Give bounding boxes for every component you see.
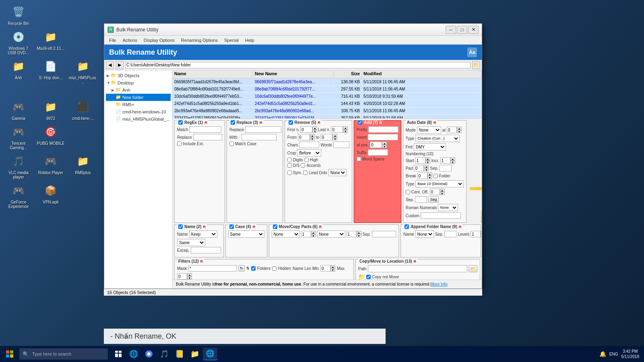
autodate-fmt-select[interactable]: DMY — [414, 143, 446, 150]
add-r-button[interactable]: R — [380, 121, 382, 125]
taskbar-app-active[interactable]: 🌐 — [203, 348, 217, 360]
autodate-seg-input[interactable] — [415, 196, 427, 203]
taskbar-notification-icon[interactable]: 🔔 — [599, 351, 606, 357]
add-checkbox[interactable] — [358, 120, 362, 125]
path-input[interactable] — [125, 62, 471, 68]
path-forward-button[interactable]: ▶ — [116, 61, 124, 69]
path-browse-button[interactable]: 📁 — [472, 61, 480, 69]
remove-first-n-up[interactable]: ▲ — [312, 126, 317, 130]
col-header-modified[interactable]: Modified — [362, 70, 482, 78]
autodate-break-down[interactable]: ▼ — [427, 176, 432, 179]
copymove-browse-button[interactable]: 📁 — [469, 265, 477, 272]
table-row[interactable]: 242ef74d51c5a08f25b250a9ed1bb1... 242ef7… — [173, 100, 482, 107]
desktop-icon-pubg[interactable]: 🎯 PUBG MOBILE — [36, 124, 65, 150]
desktop-icon-miui-hm5plus[interactable]: 📁 miui_HM5PLus... — [68, 58, 97, 84]
desktop-icon-garena[interactable]: 🎮 Garena — [4, 99, 33, 121]
minimize-button[interactable]: ─ — [446, 26, 456, 34]
remove-from-up[interactable]: ▲ — [310, 134, 315, 137]
autodate-at-down[interactable]: ▼ — [457, 130, 462, 133]
copymove-r-button[interactable]: R — [414, 259, 417, 263]
close-button[interactable]: ✕ — [468, 26, 479, 34]
numbering-pad-up[interactable]: ▲ — [424, 165, 429, 168]
desktop-icon-geforce[interactable]: 🎮 GeForce Experience — [4, 183, 33, 209]
numbering-pad-input[interactable] — [414, 165, 424, 171]
copymove-copy-not-move-checkbox[interactable] — [366, 275, 371, 279]
remove-crop-select[interactable]: Before After — [297, 149, 321, 156]
replace-with-input[interactable] — [242, 134, 277, 140]
table-row[interactable]: 10dc6af30ddb802fee0f0f44977eb53... 10dc6… — [173, 93, 482, 100]
movecopy-pos2-up[interactable]: ▲ — [357, 231, 361, 234]
add-suffix-input[interactable] — [368, 149, 388, 156]
regex-include-ext-checkbox[interactable] — [177, 142, 182, 146]
name-excep-input[interactable] — [191, 247, 221, 253]
numbering-incr-down[interactable]: ▼ — [450, 160, 455, 164]
movecopy-pos2-input[interactable] — [347, 231, 357, 237]
maximize-button[interactable]: □ — [457, 26, 467, 34]
autodate-folder-checkbox[interactable] — [433, 174, 438, 178]
name-same-select[interactable]: Same Upper Lower — [177, 239, 205, 246]
remove-to-up[interactable]: ▲ — [332, 134, 337, 137]
movecopy-select1[interactable]: None — [272, 230, 300, 238]
start-button[interactable] — [2, 348, 18, 360]
autodate-type-select[interactable]: Creation (Curr...) — [415, 135, 460, 142]
remove-last-n-down[interactable]: ▼ — [343, 130, 348, 133]
regex-checkbox[interactable] — [178, 120, 183, 125]
autodate-at-input[interactable] — [447, 127, 457, 133]
appendfolder-r-button[interactable]: R — [459, 225, 462, 229]
case-select[interactable]: Same Upper Lower Title Sentence — [228, 230, 264, 238]
replace-r-button[interactable]: R — [260, 121, 262, 125]
numbering-incr-input[interactable] — [440, 157, 450, 164]
appendfolder-sep-input[interactable] — [444, 231, 456, 237]
menu-display-options[interactable]: Display Options — [140, 37, 178, 43]
col-header-name[interactable]: Name — [173, 70, 253, 78]
numbering-sep-input[interactable] — [440, 165, 452, 171]
taskbar-app-chrome[interactable] — [142, 348, 156, 360]
autodate-off-input[interactable] — [430, 189, 440, 195]
taskbar-app-evernote[interactable]: 📒 — [172, 348, 187, 360]
desktop-icon-windows7[interactable]: 💿 Windows 7USB DVD... — [4, 29, 33, 55]
menu-actions[interactable]: Actions — [120, 37, 140, 43]
remove-digits-checkbox[interactable] — [287, 158, 292, 162]
appendfolder-checkbox[interactable] — [405, 224, 409, 229]
appendfolder-levels-up[interactable]: ▲ — [481, 231, 482, 234]
menu-file[interactable]: File — [106, 37, 120, 43]
movecopy-pos2-down[interactable]: ▼ — [357, 234, 361, 237]
desktop-icon-recycle-bin[interactable]: 🗑️ Recycle Bin — [4, 4, 33, 26]
name-checkbox[interactable] — [178, 224, 183, 229]
desktop-icon-miui9[interactable]: 📁 Miui9-v8.2.11... — [36, 29, 65, 55]
movecopy-select2[interactable]: None — [317, 230, 345, 238]
replace-checkbox[interactable] — [231, 120, 235, 125]
remove-ds-checkbox[interactable] — [287, 163, 292, 168]
tree-item-3d-objects[interactable]: ▶ 📁 3D Objects — [106, 72, 171, 79]
numbering-start-input[interactable] — [415, 157, 425, 164]
desktop-icon-9972[interactable]: 📁 9972 — [36, 99, 65, 121]
numbering-start-down[interactable]: ▼ — [425, 160, 430, 164]
desktop-icon-vlc[interactable]: 🎵 VLC media player — [4, 153, 33, 179]
movecopy-pos1-up[interactable]: ▲ — [311, 231, 316, 234]
remove-first-n-down[interactable]: ▼ — [312, 130, 317, 133]
menu-help[interactable]: Help — [242, 37, 258, 43]
add-atpos-up[interactable]: ▲ — [382, 142, 387, 145]
appendfolder-levels-input[interactable] — [471, 231, 481, 237]
taskbar-app-task-view[interactable] — [111, 348, 126, 360]
col-header-size[interactable]: Size — [334, 70, 362, 78]
numbering-incr-up[interactable]: ▲ — [450, 157, 455, 160]
tree-item-miui[interactable]: 📄 miui_HM5PlusGlobal_... — [106, 115, 171, 123]
taskbar-app-edge[interactable]: 🌐 — [126, 348, 141, 360]
autodate-off-down[interactable]: ▼ — [440, 192, 445, 195]
tree-item-rm5plus[interactable]: 📁 RM5+ — [106, 101, 171, 108]
taskbar-app-explorer[interactable]: 📁 — [188, 348, 202, 360]
filters-mask-input[interactable] — [188, 265, 237, 272]
table-row[interactable]: 2bc993a476e48a980902e68adaad5... 2bc993a… — [173, 107, 482, 115]
case-r-button[interactable]: R — [252, 225, 255, 229]
status-more-info-link[interactable]: More Info — [430, 282, 447, 286]
movecopy-pos1-input[interactable] — [301, 231, 311, 237]
autodate-type2-select[interactable]: Base 10 (Decimal) — [415, 180, 464, 187]
filters-name-len-max-down[interactable]: ▼ — [187, 276, 192, 280]
autodate-at-up[interactable]: ▲ — [457, 127, 462, 130]
movecopy-r-button[interactable]: R — [319, 225, 322, 229]
filters-name-len-max-input[interactable] — [177, 273, 187, 280]
desktop-icon-anh[interactable]: 📁 Ánh — [4, 58, 33, 84]
add-prefix-input[interactable] — [368, 126, 398, 133]
remove-high-checkbox[interactable] — [304, 158, 309, 162]
